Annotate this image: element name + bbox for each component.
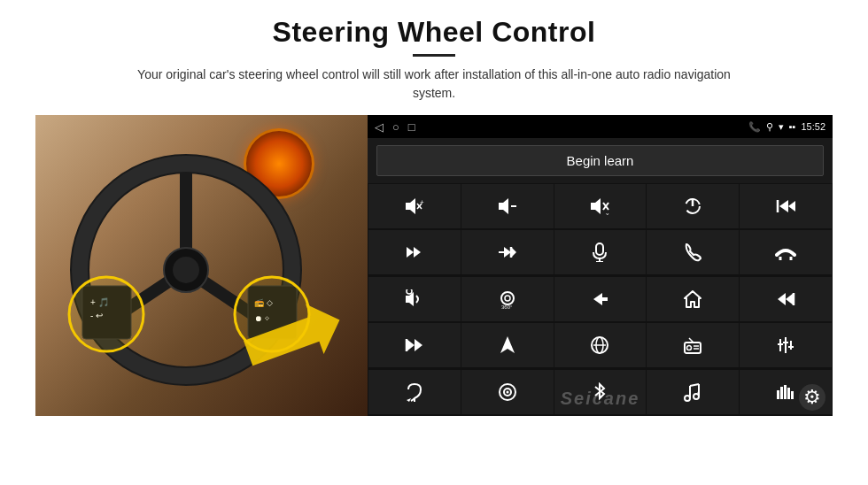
svg-point-42 — [407, 289, 412, 294]
vol-up-button[interactable]: + — [368, 184, 461, 228]
cam360-icon: 360° — [497, 289, 518, 309]
location-icon: ⚲ — [766, 121, 773, 133]
voice-icon — [406, 382, 423, 402]
speaker-button[interactable] — [368, 277, 461, 321]
svg-marker-29 — [788, 201, 795, 212]
vol-down-button[interactable] — [461, 184, 554, 228]
vol-down-icon — [497, 197, 518, 215]
prev-track-icon — [776, 198, 795, 214]
svg-point-71 — [506, 390, 508, 393]
next-button[interactable] — [368, 230, 461, 274]
svg-marker-19 — [499, 198, 508, 214]
svg-marker-51 — [415, 339, 422, 351]
knob-button[interactable] — [461, 370, 554, 414]
skip-fwd-button[interactable] — [368, 323, 461, 367]
rewind-button[interactable] — [740, 277, 832, 321]
page-subtitle: Your original car's steering wheel contr… — [124, 65, 744, 103]
nav-button[interactable] — [461, 323, 554, 367]
svg-marker-31 — [414, 247, 421, 258]
knob-icon — [498, 382, 517, 402]
svg-rect-82 — [791, 391, 794, 399]
svg-marker-21 — [591, 198, 601, 214]
radio-button[interactable] — [647, 323, 739, 367]
home-icon — [683, 289, 702, 309]
fast-fwd-icon — [497, 244, 518, 260]
eq-button[interactable] — [740, 323, 832, 367]
svg-marker-47 — [786, 293, 794, 305]
svg-text:360°: 360° — [501, 304, 513, 309]
svg-point-13 — [69, 277, 143, 351]
begin-learn-row: Begin learn — [368, 138, 833, 183]
svg-rect-78 — [777, 390, 779, 399]
music-icon: ♪ — [683, 382, 702, 402]
hang-up-icon — [775, 244, 796, 260]
next-icon — [405, 244, 424, 260]
back-nav-icon[interactable]: ◁ — [375, 120, 384, 134]
svg-rect-80 — [784, 385, 787, 399]
home-button[interactable] — [647, 277, 739, 321]
bluetooth-button[interactable] — [554, 370, 647, 414]
main-page: Steering Wheel Control Your original car… — [0, 0, 868, 485]
svg-rect-81 — [787, 388, 790, 399]
svg-point-43 — [501, 292, 514, 304]
gear-settings-button[interactable]: ⚙ — [799, 384, 825, 411]
svg-point-58 — [687, 346, 692, 350]
android-ui-wrapper: ◁ ○ □ 📞 ⚲ ▾ ▪▪ 15:52 Begin learn — [368, 115, 833, 416]
home-nav-icon[interactable]: ○ — [392, 120, 399, 134]
phone-button[interactable] — [647, 230, 739, 274]
voice-button[interactable] — [368, 370, 461, 414]
svg-point-44 — [505, 296, 510, 301]
rewind-icon — [776, 291, 795, 307]
svg-text:+: + — [420, 198, 424, 206]
mode-button[interactable] — [554, 323, 647, 367]
begin-learn-button[interactable]: Begin learn — [376, 145, 824, 176]
bluetooth-icon — [593, 382, 607, 402]
svg-marker-28 — [779, 200, 788, 212]
music-button[interactable]: ♪ — [647, 370, 739, 414]
spectrum-icon — [776, 383, 795, 401]
svg-marker-15 — [406, 198, 415, 214]
wifi-icon: ▾ — [779, 121, 784, 133]
clock: 15:52 — [801, 121, 825, 132]
nav-icon — [500, 335, 515, 355]
speaker-icon — [404, 289, 425, 309]
android-ui: ◁ ○ □ 📞 ⚲ ▾ ▪▪ 15:52 Begin learn — [368, 115, 833, 416]
mode-icon — [590, 335, 609, 355]
svg-text:♪: ♪ — [696, 390, 699, 396]
content-row: + 🎵 - ↩ 📻 ◇ ⏺ ◇ — [35, 115, 833, 416]
mic-button[interactable] — [554, 230, 647, 274]
svg-line-75 — [690, 384, 699, 386]
svg-marker-53 — [500, 336, 515, 353]
svg-point-6 — [173, 257, 199, 283]
phone-icon — [683, 242, 702, 262]
hang-up-button[interactable] — [740, 230, 832, 274]
svg-marker-50 — [407, 339, 415, 351]
fast-fwd-button[interactable] — [461, 230, 554, 274]
back-button[interactable] — [554, 277, 647, 321]
svg-marker-48 — [778, 293, 786, 305]
svg-marker-35 — [511, 247, 516, 258]
steering-wheel-svg: + 🎵 - ↩ 📻 ◇ ⏺ ◇ — [49, 128, 350, 394]
status-bar-nav: ◁ ○ □ — [375, 120, 415, 134]
status-bar-info: 📞 ⚲ ▾ ▪▪ 15:52 — [748, 121, 825, 133]
recents-nav-icon[interactable]: □ — [408, 120, 415, 134]
svg-marker-30 — [407, 247, 414, 258]
battery-icon: ▪▪ — [789, 121, 796, 132]
back-icon — [590, 291, 609, 307]
power-button[interactable] — [647, 184, 739, 228]
mute-icon: x — [589, 197, 610, 215]
power-icon — [683, 196, 702, 216]
status-bar: ◁ ○ □ 📞 ⚲ ▾ ▪▪ 15:52 — [368, 115, 833, 138]
radio-icon — [683, 335, 702, 355]
mute-button[interactable]: x — [554, 184, 647, 228]
mic-icon — [592, 242, 608, 262]
prev-track-button[interactable] — [740, 184, 832, 228]
cam360-button[interactable]: 360° — [461, 277, 554, 321]
svg-rect-36 — [596, 243, 603, 255]
svg-text:x: x — [606, 212, 609, 215]
car-image-area: + 🎵 - ↩ 📻 ◇ ⏺ ◇ — [35, 115, 368, 416]
eq-icon — [776, 335, 795, 355]
phone-icon: 📞 — [748, 121, 761, 133]
page-title: Steering Wheel Control — [273, 16, 596, 49]
controls-grid: + x — [368, 183, 833, 416]
